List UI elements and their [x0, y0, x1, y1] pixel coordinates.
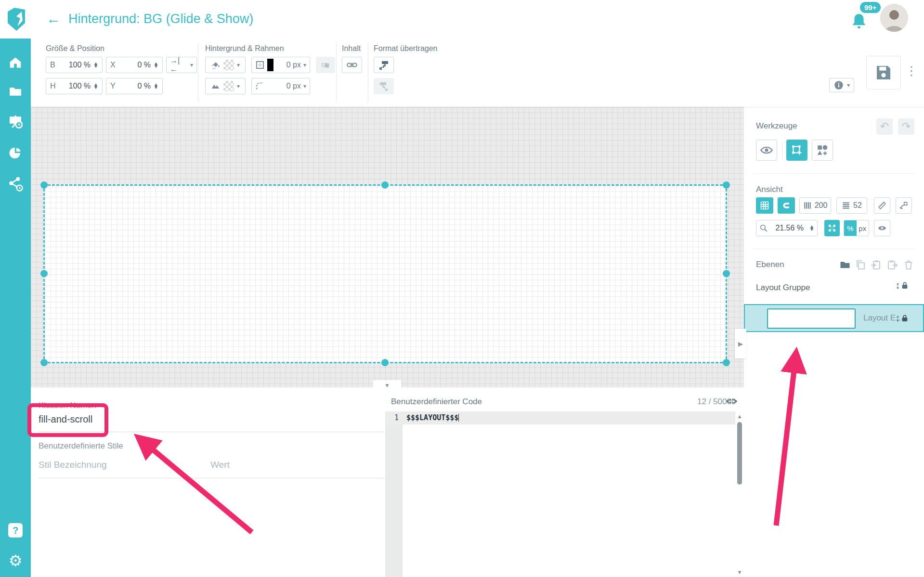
class-names-label: Klassen Namen [39, 401, 96, 410]
expand-panel-button[interactable]: ▶ [735, 329, 746, 359]
align-dropdown[interactable]: →|← ▾ [166, 57, 197, 73]
add-elements-button[interactable] [812, 140, 833, 161]
align-icon: →|← [170, 56, 187, 74]
layer-name-input[interactable] [767, 308, 856, 329]
group-order-lock-button[interactable]: ↕ [895, 280, 909, 290]
undo-icon: ↶ [880, 120, 889, 133]
presentation-schedule-icon[interactable] [7, 114, 24, 130]
width-field[interactable]: B 100 % ▲▼ [46, 57, 103, 73]
x-stepper[interactable]: ▲▼ [154, 62, 158, 68]
columns-setting-button[interactable]: 200 [799, 197, 831, 214]
view-section-label: Ansicht [756, 185, 783, 194]
link-button[interactable] [342, 57, 362, 73]
resize-handle-se[interactable] [723, 359, 730, 366]
resize-handle-nw[interactable] [40, 181, 48, 189]
folder-icon[interactable] [7, 83, 24, 100]
scroll-up-arrow[interactable]: ▲ [735, 413, 744, 419]
chevron-down-icon: ▾ [303, 83, 306, 90]
share-schedule-icon[interactable] [7, 176, 24, 192]
zoom-stepper[interactable]: ▲▼ [809, 225, 814, 231]
resize-handle-s[interactable] [381, 359, 389, 366]
redo-button[interactable]: ↷ [898, 118, 914, 135]
preview-eye-button[interactable] [756, 140, 777, 161]
height-field[interactable]: H 100 % ▲▼ [46, 78, 103, 94]
y-field[interactable]: Y 0 % ▲▼ [106, 78, 163, 94]
lock-icon [901, 281, 909, 290]
info-dropdown[interactable]: ▾ [829, 78, 854, 92]
scrollbar-thumb[interactable] [737, 422, 742, 485]
resize-handle-ne[interactable] [723, 181, 730, 189]
layer-paste-in-button[interactable] [870, 259, 882, 270]
corner-radius-dropdown[interactable]: 0 px ▾ [251, 78, 310, 94]
style-name-input[interactable] [39, 460, 197, 470]
width-stepper[interactable]: ▲▼ [93, 62, 98, 68]
visibility-button[interactable] [874, 220, 890, 236]
undo-button[interactable]: ↶ [876, 118, 893, 135]
fit-to-screen-button[interactable] [824, 220, 840, 236]
unit-percent-option[interactable]: % [844, 220, 857, 236]
unit-toggle[interactable]: % px [844, 220, 869, 236]
zoom-field[interactable]: 21.56 % ▲▼ [756, 220, 818, 236]
resize-handle-w[interactable] [40, 270, 48, 277]
transition-button [316, 57, 335, 73]
avatar[interactable] [880, 4, 908, 32]
grid-toggle-button[interactable] [756, 197, 773, 214]
y-stepper[interactable]: ▲▼ [154, 83, 158, 89]
chevron-down-icon: ▾ [303, 62, 306, 68]
resize-handle-sw[interactable] [40, 359, 48, 366]
home-icon[interactable] [7, 54, 24, 71]
layer-paste-out-button[interactable] [886, 259, 898, 270]
help-icon[interactable]: ? [7, 522, 24, 539]
copy-format-button[interactable] [374, 57, 394, 73]
image-fill-dropdown[interactable]: ▾ [205, 78, 246, 94]
x-field[interactable]: X 0 % ▲▼ [106, 57, 163, 73]
clipboard-import-icon [870, 259, 882, 270]
layers-section-label: Ebenen [756, 260, 784, 269]
layer-order-lock-button[interactable]: ↕ [895, 313, 909, 323]
triangle-right-icon: ▶ [738, 340, 743, 347]
chevron-down-icon: ▾ [237, 83, 240, 90]
more-options-button[interactable]: ⋮ [905, 64, 918, 78]
code-editor[interactable]: 1 $$$LAYOUT$$$ ▲ ▼ [385, 411, 744, 577]
collapse-panel-button[interactable]: ▼ [373, 380, 401, 391]
code-chevrons-icon[interactable]: <> [726, 396, 738, 407]
resize-handle-n[interactable] [381, 181, 389, 189]
sidebar: ? ⚙ [0, 38, 31, 577]
ruler-button[interactable] [874, 197, 890, 214]
paint-roller-down-icon [378, 80, 390, 92]
unit-px-option[interactable]: px [857, 220, 869, 236]
selected-layer-row[interactable]: Layout E… ↕ [744, 304, 924, 332]
layer-copy-button[interactable] [855, 259, 866, 270]
app-header: ← Hintergrund: BG (Glide & Show) 99+ [0, 0, 924, 38]
rotate-square-icon [899, 201, 909, 210]
resize-handle-e[interactable] [723, 270, 730, 277]
border-width-dropdown[interactable]: 0 px ▾ [251, 57, 310, 73]
scroll-down-arrow[interactable]: ▼ [735, 569, 744, 575]
paint-bucket-icon [211, 60, 221, 70]
layer-delete-button[interactable] [903, 259, 914, 270]
pie-chart-icon[interactable] [7, 145, 24, 161]
editor-scrollbar[interactable]: ▲ ▼ [735, 411, 744, 577]
fill-color-dropdown[interactable]: ▾ [205, 57, 246, 73]
back-button[interactable]: ← [46, 11, 61, 27]
snap-toggle-button[interactable] [778, 197, 795, 214]
notifications-bell-icon[interactable] [850, 13, 868, 31]
selected-layout-region[interactable] [43, 184, 727, 363]
shapes-icon [816, 144, 829, 156]
settings-gear-icon[interactable]: ⚙ [7, 552, 24, 569]
save-button[interactable] [866, 56, 901, 90]
rotate-layer-button[interactable] [896, 197, 912, 214]
grid-icon [760, 201, 769, 210]
copy-icon [855, 259, 866, 270]
eye-icon [760, 143, 773, 157]
height-stepper[interactable]: ▲▼ [93, 83, 98, 89]
chevron-down-icon: ▾ [847, 82, 850, 89]
style-value-input[interactable] [210, 460, 369, 470]
layer-folder-button[interactable] [839, 259, 851, 270]
rows-setting-button[interactable]: 52 [836, 197, 867, 214]
class-name-input[interactable] [39, 414, 231, 425]
app-logo-icon[interactable] [6, 7, 27, 32]
select-tool-button[interactable] [786, 140, 807, 161]
code-line-content[interactable]: $$$LAYOUT$$$ [406, 413, 459, 422]
design-canvas[interactable] [31, 107, 744, 387]
